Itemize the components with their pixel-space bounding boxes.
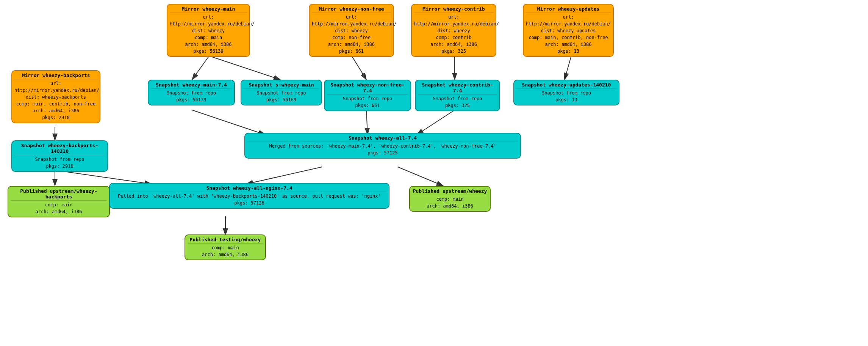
svg-line-13: [398, 167, 443, 186]
svg-line-9: [417, 110, 455, 135]
node-mirror-main-pkgs: pkgs: 56139: [170, 48, 247, 55]
node-snap-main-74: Snapshot wheezy-main-7.4 Snapshot from r…: [148, 80, 235, 105]
svg-line-1: [192, 57, 208, 80]
node-mirror-main-title: Mirror wheezy-main: [170, 6, 247, 13]
node-mirror-main-comp: comp: main: [170, 34, 247, 41]
node-snap-s-main: Snapshot s-wheezy-main Snapshot from rep…: [241, 80, 322, 105]
node-snap-backports-140210: Snapshot wheezy-backports-140210 Snapsho…: [11, 140, 108, 172]
node-mirror-main-url: url: http://mirror.yandex.ru/debian/: [170, 14, 247, 27]
node-mirror-nonfree: Mirror wheezy-non-free url: http://mirro…: [309, 4, 394, 57]
svg-line-2: [212, 57, 280, 80]
svg-line-3: [352, 57, 366, 80]
node-pub-wheezy: Published upstream/wheezy comp: main arc…: [409, 186, 491, 212]
svg-line-10: [59, 171, 152, 184]
node-snap-nonfree-74: Snapshot wheezy-non-free-7.4 Snapshot fr…: [324, 80, 411, 111]
node-mirror-main-arch: arch: amd64, i386: [170, 41, 247, 48]
node-snap-all-nginx-74: Snapshot wheezy-all-nginx-7.4 Pulled int…: [109, 183, 389, 209]
node-pub-backports: Published upstream/wheezy-backports comp…: [8, 186, 110, 217]
svg-line-7: [192, 110, 265, 135]
svg-line-8: [366, 110, 368, 135]
node-mirror-backports: Mirror wheezy-backports url: http://mirr…: [11, 70, 100, 123]
svg-line-12: [246, 167, 322, 184]
node-snap-updates-140210: Snapshot wheezy-updates-140210 Snapshot …: [513, 80, 619, 105]
node-mirror-main: Mirror wheezy-main url: http://mirror.ya…: [167, 4, 250, 57]
svg-line-5: [565, 57, 571, 80]
node-mirror-contrib: Mirror wheezy-contrib url: http://mirror…: [411, 4, 496, 57]
node-mirror-main-dist: dist: wheezy: [170, 27, 247, 34]
node-snap-all-74: Snapshot wheezy-all-7.4 Merged from sour…: [244, 133, 521, 159]
node-pub-testing: Published testing/wheezy comp: main arch…: [185, 234, 266, 260]
node-mirror-nonfree-title: Mirror wheezy-non-free: [312, 6, 391, 13]
node-snap-contrib-74: Snapshot wheezy-contrib-7.4 Snapshot fro…: [415, 80, 500, 111]
diagram-canvas: Mirror wheezy-main url: http://mirror.ya…: [0, 0, 868, 346]
node-mirror-updates: Mirror wheezy-updates url: http://mirror…: [523, 4, 614, 57]
